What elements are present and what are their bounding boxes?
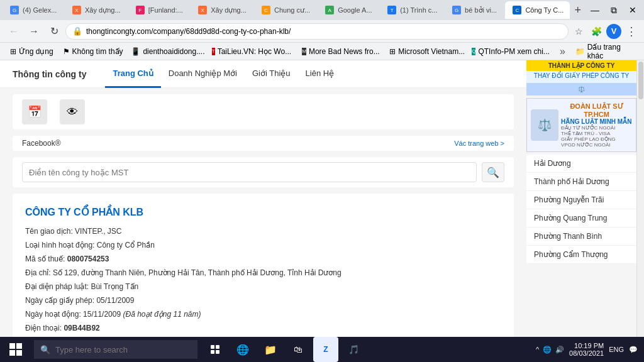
bookmarks-bar: ⊞ Ứng dụng ⚑ Không tìm thấy 📱 dienthoaid… bbox=[0, 43, 644, 60]
nav-gioi-thieu[interactable]: Giới Thiệu bbox=[245, 60, 298, 88]
taskbar-folder-icon[interactable]: 📁 bbox=[258, 337, 283, 362]
taskbar-zalo-icon[interactable]: Z bbox=[313, 337, 338, 362]
tab-label-2: Xây dựng... bbox=[85, 6, 121, 14]
taskbar-clock[interactable]: 10:19 PM 08/03/2021 bbox=[569, 342, 604, 357]
nav-doanh-nghiep[interactable]: Doanh Nghiệp Mới bbox=[161, 60, 245, 88]
taskbar-notification[interactable]: 💬 bbox=[629, 346, 638, 354]
bookmarks-more-button[interactable]: » bbox=[557, 46, 568, 57]
tab-close-8[interactable]: × bbox=[503, 6, 504, 14]
taskbar-search-input[interactable] bbox=[55, 345, 181, 354]
tab-label-3: [Funland:... bbox=[148, 6, 183, 14]
company-license-date-row: Ngày cấp giấy phép: 05/11/2009 bbox=[25, 295, 501, 306]
location-link-4[interactable]: Phường Thanh Bình bbox=[526, 228, 636, 246]
folder-icon: 📁 bbox=[575, 47, 585, 56]
bookmark-notfound[interactable]: ⚑ Không tìm thấy bbox=[58, 45, 124, 58]
browser-tab-3[interactable]: F [Funland:... × bbox=[128, 1, 190, 19]
page-scrollbar[interactable] bbox=[636, 60, 644, 337]
browser-tab-9[interactable]: C Công Ty C... × bbox=[505, 1, 569, 19]
extension-icon[interactable]: 🧩 bbox=[589, 24, 604, 39]
bookmark-apps[interactable]: ⊞ Ứng dụng bbox=[5, 45, 55, 58]
taskbar-chevron-icon[interactable]: ^ bbox=[536, 346, 539, 353]
vac-link[interactable]: Vác trang web > bbox=[454, 140, 504, 147]
forward-button[interactable]: → bbox=[25, 23, 43, 40]
calendar-icon-box: 📅 bbox=[22, 99, 47, 124]
svg-rect-2 bbox=[211, 350, 214, 354]
trading-name-label: Tên giao dịch: bbox=[25, 227, 73, 236]
ad-banner-2-desc3: GIẤY PHÉP LAO ĐỘNG bbox=[561, 136, 632, 142]
ad-banner-2-content: ⚖️ ĐOÀN LUẬT SƯ TP.HCM HÃNG LUẬT MINH MẪ… bbox=[530, 101, 633, 149]
taskbar-edge-icon[interactable]: 🌐 bbox=[230, 337, 255, 362]
browser-tab-5[interactable]: C Chung cư... × bbox=[254, 1, 316, 19]
refresh-button[interactable]: ↻ bbox=[45, 23, 63, 40]
taskbar-taskview-icon[interactable] bbox=[203, 337, 228, 362]
legal-rep-value: Bùi Trọng Tấn bbox=[91, 282, 138, 291]
close-button[interactable]: ✕ bbox=[624, 1, 641, 19]
tab-close-6[interactable]: × bbox=[379, 6, 379, 14]
bookmarks-folder-button[interactable]: 📁 Dấu trang khác bbox=[570, 45, 639, 58]
bookmark-phone[interactable]: 📱 dienthoaididong.... bbox=[126, 45, 204, 58]
restore-button[interactable]: ⧉ bbox=[605, 1, 623, 19]
location-links: Hải Dương Thành phố Hải Dương Phường Ngu… bbox=[526, 155, 636, 264]
taskbar-right: ^ 🌐 🔊 10:19 PM 08/03/2021 ENG 💬 bbox=[536, 342, 644, 357]
new-tab-button[interactable]: + bbox=[571, 1, 585, 19]
browser-tab-7[interactable]: T (1) Trình c... × bbox=[380, 1, 443, 19]
browser-tab-6[interactable]: A Google A... × bbox=[318, 1, 379, 19]
location-link-2[interactable]: Phường Nguyễn Trãi bbox=[526, 191, 636, 209]
bookmark-star-icon[interactable]: ☆ bbox=[571, 24, 586, 39]
tab-label-8: bé bởi vi... bbox=[465, 6, 497, 14]
title-bar: G (4) Gelex... × X Xây dựng... × F [Funl… bbox=[0, 0, 644, 20]
profile-button[interactable]: V bbox=[606, 24, 621, 39]
company-search-input[interactable] bbox=[22, 162, 477, 182]
scroll-thumb[interactable] bbox=[638, 62, 643, 99]
taskbar-search-container[interactable]: 🔍 bbox=[34, 340, 197, 359]
bookmark-morebad[interactable]: M More Bad News fro... bbox=[297, 45, 382, 58]
search-button[interactable]: 🔍 bbox=[482, 162, 504, 182]
start-button[interactable] bbox=[0, 337, 31, 362]
taskbar-lang[interactable]: ENG bbox=[609, 346, 624, 353]
ad-banner-2[interactable]: ⚖️ ĐOÀN LUẬT SƯ TP.HCM HÃNG LUẬT MINH MẪ… bbox=[526, 98, 636, 152]
back-button[interactable]: ← bbox=[5, 23, 23, 40]
browser-tab-1[interactable]: G (4) Gelex... × bbox=[3, 1, 64, 19]
tab-favicon-3: F bbox=[136, 6, 145, 14]
tab-favicon-1: G bbox=[10, 6, 19, 14]
facebook-label: Facebook® bbox=[22, 139, 61, 148]
toolbar-right-icons: ☆ 🧩 V ⋮ bbox=[571, 24, 639, 39]
license-date-value: 05/11/2009 bbox=[96, 296, 134, 305]
tab-favicon-7: T bbox=[387, 6, 396, 14]
tax-value: 0800754253 bbox=[67, 255, 109, 263]
taskbar-store-icon[interactable]: 🛍 bbox=[286, 337, 311, 362]
phone-icon: 📱 bbox=[131, 47, 140, 56]
bookmark-qtinfo[interactable]: Q QTInfo-PM xem chi... bbox=[467, 45, 552, 58]
taskbar-volume-icon[interactable]: 🔊 bbox=[555, 346, 564, 354]
location-link-5[interactable]: Phường Cẩm Thượng bbox=[526, 246, 636, 264]
tab-label-7: (1) Trình c... bbox=[400, 6, 437, 14]
tab-label-1: (4) Gelex... bbox=[23, 6, 57, 14]
browser-tab-8[interactable]: G bé bởi vi... × bbox=[445, 1, 504, 19]
url-input[interactable] bbox=[86, 27, 562, 36]
nav-trang-chu[interactable]: Trang Chủ bbox=[105, 60, 160, 88]
minimize-button[interactable]: — bbox=[586, 1, 604, 19]
address-bar[interactable]: 🔒 bbox=[65, 23, 569, 40]
browser-window: G (4) Gelex... × X Xây dựng... × F [Funl… bbox=[0, 0, 644, 337]
taskbar-time-value: 10:19 PM bbox=[569, 342, 604, 349]
browser-tab-2[interactable]: X Xây dựng... × bbox=[65, 1, 127, 19]
tab-favicon-4: X bbox=[198, 6, 207, 14]
lock-icon: 🔒 bbox=[72, 26, 82, 36]
browser-toolbar: ← → ↻ 🔒 ☆ 🧩 V ⋮ bbox=[0, 20, 644, 43]
menu-button[interactable]: ⋮ bbox=[624, 24, 639, 39]
bookmark-apps-label: Ứng dụng bbox=[19, 47, 53, 56]
ad-banner-1[interactable]: THÀNH LẬP CÔNG TY THAY ĐỔI GIẤY PHÉP CÔN… bbox=[526, 60, 636, 96]
tab-favicon-8: G bbox=[452, 6, 461, 14]
bookmark-tailieu[interactable]: T TaiLieu.VN: Học Wo... bbox=[207, 45, 295, 58]
browser-tab-4[interactable]: X Xây dựng... × bbox=[191, 1, 253, 19]
taskbar-media-icon[interactable]: 🎵 bbox=[341, 337, 366, 362]
taskbar-network-icon[interactable]: 🌐 bbox=[543, 346, 552, 354]
tab-close-1[interactable]: × bbox=[63, 6, 64, 14]
location-link-3[interactable]: Phường Quang Trung bbox=[526, 209, 636, 228]
search-icon: 🔍 bbox=[487, 167, 499, 178]
location-link-1[interactable]: Thành phố Hải Dương bbox=[526, 173, 636, 191]
location-link-0[interactable]: Hải Dương bbox=[526, 155, 636, 173]
bookmark-microsoft[interactable]: ⊞ Microsoft Vietnam... bbox=[384, 45, 464, 58]
bookmark-tailieu-label: TaiLieu.VN: Học Wo... bbox=[218, 47, 291, 56]
nav-lien-he[interactable]: Liên Hệ bbox=[298, 60, 342, 88]
